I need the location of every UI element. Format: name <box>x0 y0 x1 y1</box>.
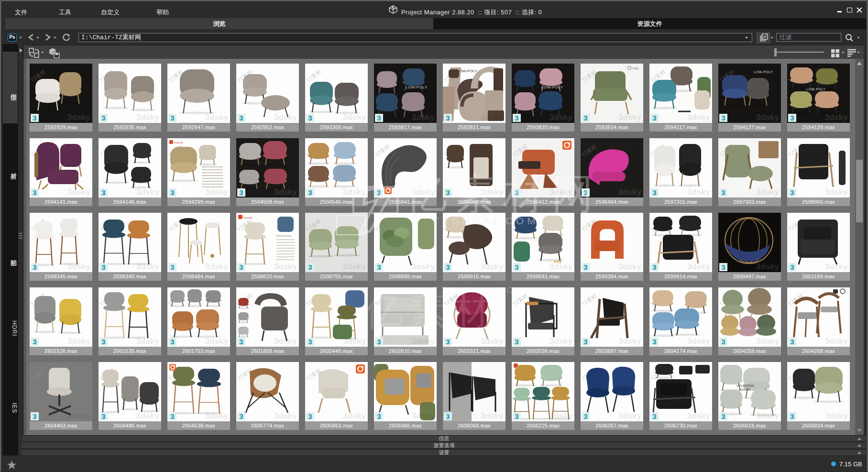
svg-text:3: 3 <box>101 263 105 271</box>
svg-text:3: 3 <box>239 338 243 346</box>
svg-text:LOW-POLY: LOW-POLY <box>806 88 825 91</box>
svg-text:3dsky: 3dsky <box>205 113 229 122</box>
svg-text:3dsky: 3dsky <box>756 113 780 122</box>
svg-text:LOW-POLY: LOW-POLY <box>457 69 477 73</box>
svg-text:3dsky: 3dsky <box>618 411 642 420</box>
svg-text:3dsky: 3dsky <box>412 262 435 271</box>
svg-text:3: 3 <box>790 263 794 271</box>
svg-text:3dsky: 3dsky <box>412 113 435 122</box>
svg-text:3: 3 <box>101 412 105 420</box>
svg-text:3: 3 <box>377 263 381 271</box>
svg-text:3dsky: 3dsky <box>412 411 435 420</box>
svg-text:3dsky: 3dsky <box>618 262 642 271</box>
svg-text:LOW-POLY: LOW-POLY <box>754 70 773 74</box>
svg-text:3: 3 <box>170 188 174 197</box>
svg-text:3dsky: 3dsky <box>825 411 848 420</box>
svg-text:3: 3 <box>170 263 174 271</box>
svg-text:corona: corona <box>174 141 183 144</box>
svg-text:3: 3 <box>446 263 450 271</box>
svg-text:3: 3 <box>33 114 36 122</box>
svg-text:3dsky: 3dsky <box>136 113 160 122</box>
svg-text:3: 3 <box>377 412 381 420</box>
svg-text:3dsky: 3dsky <box>274 411 297 420</box>
svg-text:3dsky: 3dsky <box>825 337 848 346</box>
svg-text:3dsky: 3dsky <box>67 337 91 346</box>
svg-text:3dsky: 3dsky <box>205 411 229 420</box>
svg-text:3dsky: 3dsky <box>756 262 780 271</box>
svg-text:3: 3 <box>308 263 312 271</box>
svg-text:3: 3 <box>515 188 518 197</box>
svg-text:3: 3 <box>308 114 312 122</box>
svg-text:3dsky: 3dsky <box>618 187 642 197</box>
svg-text:3: 3 <box>239 188 243 197</box>
svg-text:3dsky: 3dsky <box>274 262 297 271</box>
svg-text:3: 3 <box>446 188 450 197</box>
svg-text:LOW-POLY: LOW-POLY <box>541 85 563 89</box>
svg-text:3: 3 <box>790 412 794 420</box>
svg-text:LOW-POLY: LOW-POLY <box>406 85 428 89</box>
svg-text:3: 3 <box>583 338 587 346</box>
svg-text:3: 3 <box>721 114 725 122</box>
svg-text:3: 3 <box>446 412 450 420</box>
svg-text:3dsky: 3dsky <box>481 411 504 420</box>
svg-text:3: 3 <box>170 114 174 122</box>
svg-text:3dsky: 3dsky <box>687 187 711 197</box>
svg-text:3dsky: 3dsky <box>136 337 160 346</box>
svg-text:3: 3 <box>721 338 725 346</box>
svg-text:3: 3 <box>308 188 312 197</box>
svg-text:3: 3 <box>377 338 381 346</box>
svg-text:3: 3 <box>515 114 518 122</box>
svg-text:3dsky: 3dsky <box>67 262 91 271</box>
svg-text:3: 3 <box>33 263 36 271</box>
svg-text:3: 3 <box>33 338 36 346</box>
svg-text:3dsky: 3dsky <box>687 337 711 346</box>
svg-text:3: 3 <box>721 263 725 271</box>
svg-text:3dsky: 3dsky <box>136 187 160 197</box>
svg-text:3dsky: 3dsky <box>687 113 711 122</box>
svg-text:3: 3 <box>583 263 587 271</box>
svg-text:3dsky: 3dsky <box>687 411 711 420</box>
svg-text:3: 3 <box>33 412 36 420</box>
svg-text:3dsky: 3dsky <box>825 262 848 271</box>
svg-text:3: 3 <box>377 188 381 197</box>
svg-text:Dimensions: Dimensions <box>276 234 291 237</box>
svg-text:3: 3 <box>101 188 105 197</box>
svg-text:3dsky: 3dsky <box>343 337 366 346</box>
svg-text:3dsky: 3dsky <box>343 187 366 197</box>
svg-text:3: 3 <box>33 188 36 197</box>
svg-text:3: 3 <box>515 412 518 420</box>
svg-text:3: 3 <box>515 263 518 271</box>
svg-text:3dsky: 3dsky <box>412 337 435 346</box>
svg-text:3: 3 <box>377 114 381 122</box>
svg-text:3: 3 <box>652 412 656 420</box>
svg-text:3dsky: 3dsky <box>205 262 229 271</box>
svg-text:3: 3 <box>652 338 656 346</box>
svg-text:3: 3 <box>583 188 587 197</box>
svg-text:3dsky: 3dsky <box>756 411 780 420</box>
svg-text:3: 3 <box>652 263 656 271</box>
svg-text:3dsky: 3dsky <box>756 337 780 346</box>
svg-text:3dsky: 3dsky <box>549 262 573 271</box>
svg-text:3dsky: 3dsky <box>481 262 504 271</box>
svg-text:3: 3 <box>515 338 518 346</box>
svg-text:3: 3 <box>308 338 312 346</box>
svg-text:3dsky: 3dsky <box>412 187 435 197</box>
svg-text:3dsky: 3dsky <box>618 113 642 122</box>
svg-text:3: 3 <box>583 114 587 122</box>
svg-text:3dsky: 3dsky <box>687 262 711 271</box>
svg-text:3dsky: 3dsky <box>67 187 91 197</box>
svg-text:3: 3 <box>652 188 656 197</box>
svg-text:3dsky: 3dsky <box>205 187 229 197</box>
svg-text:3dsky: 3dsky <box>274 337 297 346</box>
svg-text:3dsky: 3dsky <box>618 337 642 346</box>
svg-text:corona: corona <box>243 216 253 219</box>
svg-text:3: 3 <box>790 188 794 197</box>
svg-text:3dsky: 3dsky <box>67 113 91 122</box>
svg-text:3dsky: 3dsky <box>549 113 573 122</box>
svg-text:3dsky: 3dsky <box>274 187 297 197</box>
svg-text:3dsky: 3dsky <box>67 411 91 420</box>
svg-text:3dsky: 3dsky <box>549 187 573 197</box>
svg-text:3dsky: 3dsky <box>136 262 160 271</box>
svg-text:3dsky: 3dsky <box>481 187 504 197</box>
svg-text:vray: vray <box>632 66 639 70</box>
